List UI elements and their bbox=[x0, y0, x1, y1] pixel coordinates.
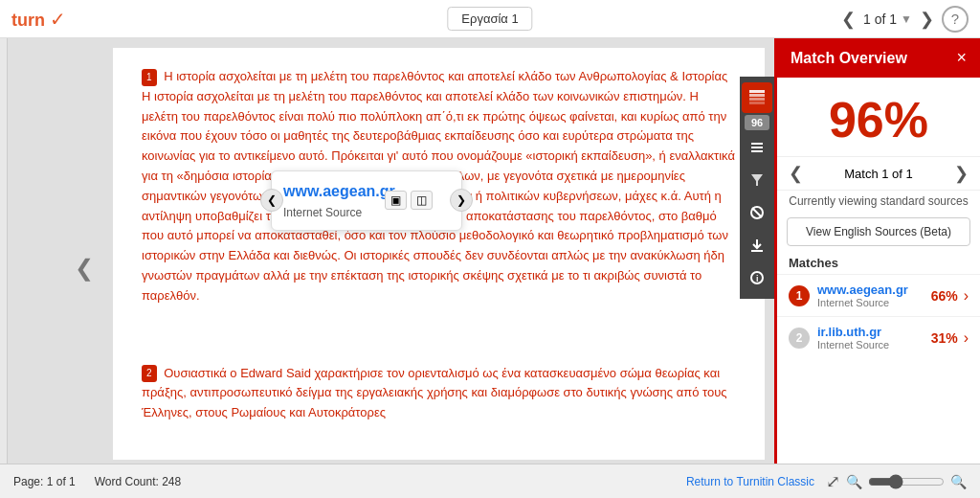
page-indicator-text: 1 of 1 bbox=[863, 11, 897, 27]
zoom-slider[interactable] bbox=[868, 474, 945, 489]
match-info-2: ir.lib.uth.grInternet Source bbox=[817, 325, 931, 351]
tooltip-icon-group: ▣ ◫ bbox=[385, 191, 433, 210]
match-badge-1: 1 bbox=[142, 69, 157, 86]
header-center: Εργασία 1 bbox=[447, 7, 532, 31]
classic-link[interactable]: Return to Turnitin Classic bbox=[686, 475, 814, 488]
job-button[interactable]: Εργασία 1 bbox=[447, 7, 532, 31]
match-item-2[interactable]: 2ir.lib.uth.grInternet Source31%› bbox=[777, 316, 980, 358]
next-page-button[interactable]: ❯ bbox=[920, 9, 934, 30]
turnitin-logo: turnitin ✓ bbox=[11, 7, 66, 32]
english-sources-button[interactable]: View English Sources (Beta) bbox=[787, 217, 970, 246]
paragraph-2: 2 Ουσιαστικά ο Edward Said χαρακτήρισε τ… bbox=[142, 364, 736, 423]
svg-line-10 bbox=[752, 208, 762, 217]
tooltip-icon-btn-1[interactable]: ▣ bbox=[385, 191, 407, 210]
source-tooltip: ❮ www.aegean.gr Internet Source ▣ ◫ ❯ bbox=[271, 170, 462, 231]
svg-text:i: i bbox=[756, 274, 759, 283]
right-panel: Match Overview × 96% ❮ Match 1 of 1 ❯ Cu… bbox=[774, 38, 980, 498]
layers-icon bbox=[748, 89, 766, 106]
zoom-controls: ⤢ 🔍 🔍 bbox=[826, 471, 967, 492]
info-icon: i bbox=[749, 270, 765, 285]
match-arrow-1: › bbox=[964, 287, 969, 305]
list-icon-button[interactable] bbox=[742, 132, 772, 163]
match-badge-2: 2 bbox=[142, 365, 157, 382]
panel-nav: ❮ Match 1 of 1 ❯ bbox=[777, 157, 980, 191]
left-sidebar bbox=[0, 38, 8, 498]
word-count-label: Word Count: 248 bbox=[95, 475, 182, 488]
match-item-1[interactable]: 1www.aegean.grInternet Source66%› bbox=[777, 274, 980, 316]
panel-score-area: 96% bbox=[777, 78, 980, 157]
match-percent-1: 66% bbox=[931, 288, 958, 304]
panel-prev-match-button[interactable]: ❮ bbox=[789, 163, 803, 184]
tooltip-next-button[interactable]: ❯ bbox=[450, 189, 473, 212]
list-icon bbox=[749, 140, 765, 155]
help-button[interactable]: ? bbox=[942, 6, 969, 33]
main-area: ❮ 1 Η ιστορία ασχολείται με τη μελέτη το… bbox=[0, 38, 980, 498]
logo-svg: turnitin bbox=[11, 7, 46, 32]
status-right: Return to Turnitin Classic ⤢ 🔍 🔍 bbox=[686, 471, 967, 492]
svg-marker-8 bbox=[751, 174, 763, 186]
similarity-score: 96% bbox=[785, 91, 972, 148]
matches-list: 1www.aegean.grInternet Source66%›2ir.lib… bbox=[777, 274, 980, 358]
right-icon-sidebar: 96 bbox=[740, 77, 774, 299]
paragraph-2-text: Ουσιαστικά ο Edward Said χαρακτήρισε τον… bbox=[142, 366, 727, 420]
svg-text:turnitin: turnitin bbox=[11, 11, 46, 30]
match-nav-label: Match 1 of 1 bbox=[844, 167, 913, 181]
zoom-in-button[interactable]: 🔍 bbox=[950, 474, 967, 489]
exclude-icon-button[interactable] bbox=[742, 197, 772, 228]
tooltip-prev-button[interactable]: ❮ bbox=[260, 189, 283, 212]
svg-rect-1 bbox=[749, 90, 765, 93]
match-number-2: 2 bbox=[789, 328, 810, 349]
info-icon-button[interactable]: i bbox=[742, 262, 772, 293]
matches-label: Matches bbox=[777, 252, 980, 274]
page-label: Page: 1 of 1 bbox=[13, 475, 76, 488]
header-right: ❮ 1 of 1 ▼ ❯ ? bbox=[841, 6, 969, 33]
exclude-icon bbox=[749, 205, 765, 220]
download-icon-button[interactable] bbox=[742, 230, 772, 260]
chevron-down-icon: ▼ bbox=[901, 12, 912, 26]
prev-page-button[interactable]: ❮ bbox=[841, 9, 856, 30]
filter-icon-button[interactable] bbox=[742, 165, 772, 195]
svg-rect-4 bbox=[749, 102, 765, 104]
match-number-1: 1 bbox=[789, 285, 810, 306]
match-arrow-2: › bbox=[964, 329, 969, 347]
zoom-out-button[interactable]: 🔍 bbox=[846, 474, 862, 489]
status-left: Page: 1 of 1 Word Count: 248 bbox=[13, 475, 181, 488]
logo-area: turnitin ✓ bbox=[11, 7, 66, 32]
match-domain-1: www.aegean.gr bbox=[817, 283, 931, 297]
panel-title: Match Overview bbox=[791, 50, 907, 67]
tooltip-icon-btn-2[interactable]: ◫ bbox=[411, 191, 433, 210]
document-area: ❮ 1 Η ιστορία ασχολείται με τη μελέτη το… bbox=[8, 38, 774, 498]
panel-source-type: Currently viewing standard sources bbox=[777, 191, 980, 212]
match-source-type-1: Internet Source bbox=[817, 297, 931, 308]
svg-rect-3 bbox=[749, 98, 765, 101]
zoom-expand-button[interactable]: ⤢ bbox=[826, 471, 840, 492]
download-icon bbox=[749, 238, 765, 253]
status-bar: Page: 1 of 1 Word Count: 248 Return to T… bbox=[0, 464, 980, 498]
score-sidebar-badge: 96 bbox=[745, 115, 769, 130]
match-percent-2: 31% bbox=[931, 330, 958, 346]
doc-prev-button[interactable]: ❮ bbox=[75, 255, 94, 282]
document-content: 1 Η ιστορία ασχολείται με τη μελέτη του … bbox=[113, 48, 765, 460]
panel-next-match-button[interactable]: ❯ bbox=[954, 163, 969, 184]
page-indicator: 1 of 1 ▼ bbox=[863, 11, 912, 27]
panel-header: Match Overview × bbox=[777, 38, 980, 78]
panel-close-button[interactable]: × bbox=[956, 48, 967, 68]
match-info-1: www.aegean.grInternet Source bbox=[817, 283, 931, 308]
layers-icon-button[interactable] bbox=[742, 82, 772, 113]
logo-checkmark-icon: ✓ bbox=[50, 8, 66, 31]
match-source-type-2: Internet Source bbox=[817, 339, 931, 351]
header: turnitin ✓ Εργασία 1 ❮ 1 of 1 ▼ ❯ ? bbox=[0, 0, 980, 38]
svg-rect-2 bbox=[749, 94, 765, 97]
filter-icon bbox=[749, 172, 765, 188]
match-domain-2: ir.lib.uth.gr bbox=[817, 325, 931, 339]
